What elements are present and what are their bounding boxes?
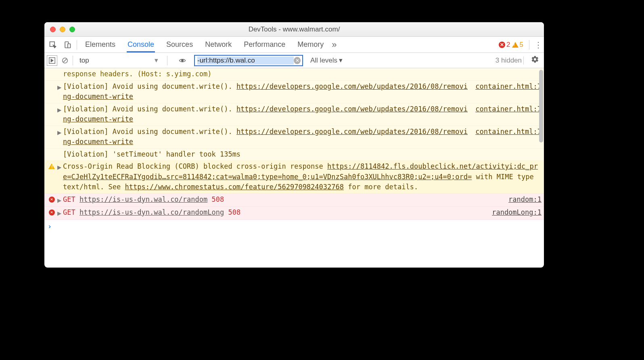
status-code: 508 xyxy=(228,208,240,216)
error-count: 2 xyxy=(506,41,510,49)
inspect-element-icon[interactable] xyxy=(47,39,59,50)
status-code: 508 xyxy=(212,195,224,203)
clear-console-icon[interactable] xyxy=(60,55,70,66)
context-selector[interactable]: top xyxy=(73,56,161,65)
console-toolbar: top ✕ All levels ▾ 3 hidden xyxy=(44,53,544,68)
log-message: Cross-Origin Read Blocking (CORB) blocke… xyxy=(63,161,542,193)
request-url-link[interactable]: https://is-us-dyn.wal.co/randomLong xyxy=(79,208,224,216)
live-expression-icon[interactable] xyxy=(177,55,188,66)
chevron-down-icon: ▾ xyxy=(339,56,343,65)
expand-caret-icon[interactable]: ▶ xyxy=(57,161,63,193)
log-source-link[interactable]: container.html:7 xyxy=(471,82,542,102)
hidden-messages-count[interactable]: 3 hidden xyxy=(496,57,524,65)
device-toolbar-icon[interactable] xyxy=(61,39,73,50)
expand-caret-icon[interactable]: ▶ xyxy=(57,127,63,147)
log-source-link[interactable]: random:1 xyxy=(504,195,542,206)
log-row-violation: ▶ [Violation] Avoid using document.write… xyxy=(44,103,544,126)
status-badges: ✕ 2 ! 5 xyxy=(499,41,526,49)
panel-tabbar: Elements Console Sources Network Perform… xyxy=(44,37,544,53)
scrollbar-thumb[interactable] xyxy=(539,70,543,142)
console-prompt[interactable]: › xyxy=(44,220,544,234)
warning-icon: ! xyxy=(512,42,519,48)
log-source-link[interactable]: randomLong:1 xyxy=(488,207,542,219)
divider xyxy=(529,40,529,50)
panel-tabs: Elements Console Sources Network Perform… xyxy=(84,37,324,52)
log-message: [Violation] 'setTimeout' handler took 13… xyxy=(63,149,542,160)
error-count-badge[interactable]: ✕ 2 xyxy=(499,41,510,49)
clear-filter-icon[interactable]: ✕ xyxy=(294,57,301,64)
log-source-link[interactable]: container.html:7 xyxy=(471,127,542,147)
warning-count: 5 xyxy=(520,41,523,49)
more-tabs-button[interactable]: » xyxy=(332,40,337,50)
expand-caret-icon[interactable]: ▶ xyxy=(57,104,63,125)
warning-count-badge[interactable]: ! 5 xyxy=(512,41,523,49)
log-row-truncated: response headers. (Host: s.yimg.com) xyxy=(44,68,544,81)
divider xyxy=(167,56,167,65)
tab-console[interactable]: Console xyxy=(127,37,155,52)
warning-icon xyxy=(48,163,55,169)
log-row-corb-warning: ▶ Cross-Origin Read Blocking (CORB) bloc… xyxy=(44,161,544,194)
svg-rect-2 xyxy=(68,44,71,48)
error-icon: ✕ xyxy=(499,42,505,48)
kebab-menu-icon[interactable]: ⋮ xyxy=(533,40,544,50)
error-icon: ✕ xyxy=(49,209,55,216)
prompt-caret-icon: › xyxy=(48,222,52,230)
error-icon: ✕ xyxy=(49,197,55,203)
request-url-link[interactable]: https://is-us-dyn.wal.co/random xyxy=(79,195,207,203)
svg-point-5 xyxy=(182,59,184,61)
window-title: DevTools - www.walmart.com/ xyxy=(44,25,544,33)
log-message: [Violation] Avoid using document.write()… xyxy=(63,82,471,102)
log-source-link[interactable]: container.html:7 xyxy=(471,104,542,125)
expand-caret-icon[interactable]: ▶ xyxy=(57,207,63,219)
titlebar: DevTools - www.walmart.com/ xyxy=(44,22,544,37)
tab-network[interactable]: Network xyxy=(204,37,232,52)
tab-sources[interactable]: Sources xyxy=(165,37,194,52)
console-settings-icon[interactable] xyxy=(529,55,542,65)
corb-feature-link[interactable]: https://www.chromestatus.com/feature/562… xyxy=(125,183,344,191)
toggle-console-drawer-icon[interactable] xyxy=(47,55,57,66)
divider xyxy=(77,40,77,50)
tab-elements[interactable]: Elements xyxy=(84,37,116,52)
console-messages[interactable]: response headers. (Host: s.yimg.com) ▶ [… xyxy=(44,68,544,268)
filter-input[interactable] xyxy=(197,57,294,65)
context-value: top xyxy=(76,56,100,65)
log-message: GET https://is-us-dyn.wal.co/random 508 xyxy=(63,195,504,206)
log-message: [Violation] Avoid using document.write()… xyxy=(63,104,471,125)
expand-caret-icon[interactable]: ▶ xyxy=(57,82,63,102)
filter-input-wrapper[interactable]: ✕ xyxy=(194,55,303,66)
log-levels-selector[interactable]: All levels ▾ xyxy=(310,56,343,65)
log-message: response headers. (Host: s.yimg.com) xyxy=(63,69,542,80)
log-levels-label: All levels xyxy=(310,57,337,65)
log-row-error: ✕ ▶ GET https://is-us-dyn.wal.co/randomL… xyxy=(44,207,544,220)
tab-memory[interactable]: Memory xyxy=(297,37,324,52)
log-row-violation: ▶ [Violation] Avoid using document.write… xyxy=(44,81,544,103)
log-row-error: ✕ ▶ GET https://is-us-dyn.wal.co/random … xyxy=(44,194,544,207)
log-row-settimeout: [Violation] 'setTimeout' handler took 13… xyxy=(44,149,544,161)
tab-performance[interactable]: Performance xyxy=(243,37,286,52)
log-message: GET https://is-us-dyn.wal.co/randomLong … xyxy=(63,207,488,219)
devtools-window: DevTools - www.walmart.com/ Elements Con… xyxy=(44,22,544,268)
log-row-violation: ▶ [Violation] Avoid using document.write… xyxy=(44,126,544,149)
log-message: [Violation] Avoid using document.write()… xyxy=(63,127,471,147)
expand-caret-icon[interactable]: ▶ xyxy=(57,195,63,206)
